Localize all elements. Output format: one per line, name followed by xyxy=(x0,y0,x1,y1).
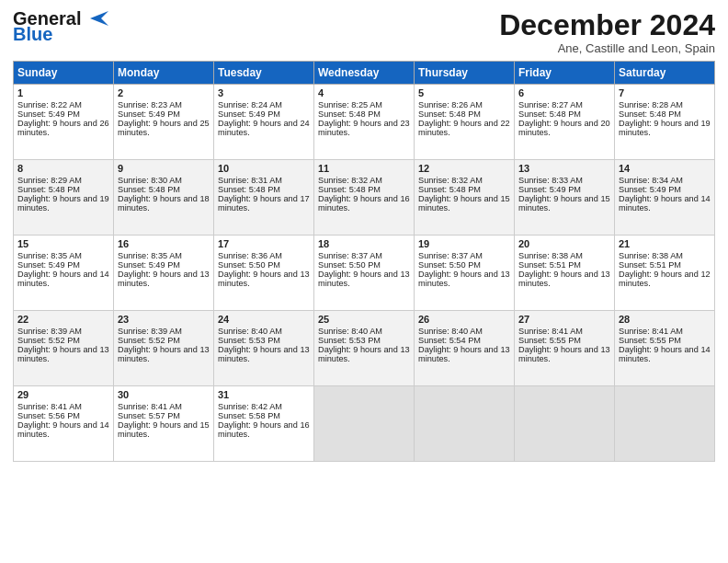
day-number: 22 xyxy=(17,314,109,325)
calendar-week-4: 22 Sunrise: 8:39 AM Sunset: 5:52 PM Dayl… xyxy=(14,311,715,386)
calendar-week-3: 15 Sunrise: 8:35 AM Sunset: 5:49 PM Dayl… xyxy=(14,236,715,311)
daylight-label: Daylight: 9 hours and 20 minutes. xyxy=(518,119,610,137)
daylight-label: Daylight: 9 hours and 14 minutes. xyxy=(17,270,109,288)
sunset-label: Sunset: 5:54 PM xyxy=(418,336,481,345)
sunrise-label: Sunrise: 8:25 AM xyxy=(318,100,382,109)
day-number: 7 xyxy=(619,87,711,98)
day-number: 21 xyxy=(619,238,711,249)
daylight-label: Daylight: 9 hours and 13 minutes. xyxy=(118,345,210,363)
col-friday: Friday xyxy=(515,62,615,85)
calendar-cell: 6 Sunrise: 8:27 AM Sunset: 5:48 PM Dayli… xyxy=(515,85,615,160)
daylight-label: Daylight: 9 hours and 23 minutes. xyxy=(318,119,410,137)
daylight-label: Daylight: 9 hours and 15 minutes. xyxy=(418,194,510,213)
sunrise-label: Sunrise: 8:41 AM xyxy=(619,327,683,336)
sunset-label: Sunset: 5:48 PM xyxy=(418,185,481,194)
sunrise-label: Sunrise: 8:33 AM xyxy=(518,176,583,185)
sunrise-label: Sunrise: 8:39 AM xyxy=(17,327,82,336)
daylight-label: Daylight: 9 hours and 15 minutes. xyxy=(118,420,210,439)
calendar-cell: 3 Sunrise: 8:24 AM Sunset: 5:49 PM Dayli… xyxy=(214,85,314,160)
calendar-cell: 13 Sunrise: 8:33 AM Sunset: 5:49 PM Dayl… xyxy=(515,160,615,236)
daylight-label: Daylight: 9 hours and 15 minutes. xyxy=(518,194,610,213)
title-block: December 2024 Ane, Castille and Leon, Sp… xyxy=(499,9,715,55)
header-row: Sunday Monday Tuesday Wednesday Thursday… xyxy=(14,62,715,85)
sunrise-label: Sunrise: 8:37 AM xyxy=(318,251,382,260)
calendar-cell: 21 Sunrise: 8:38 AM Sunset: 5:51 PM Dayl… xyxy=(615,236,715,311)
day-number: 23 xyxy=(118,314,210,325)
daylight-label: Daylight: 9 hours and 16 minutes. xyxy=(318,194,410,213)
calendar-cell xyxy=(314,386,415,462)
month-title: December 2024 xyxy=(499,9,715,41)
sunrise-label: Sunrise: 8:38 AM xyxy=(518,251,583,260)
day-number: 24 xyxy=(218,314,310,325)
sunset-label: Sunset: 5:53 PM xyxy=(218,336,280,345)
calendar-cell: 15 Sunrise: 8:35 AM Sunset: 5:49 PM Dayl… xyxy=(14,236,114,311)
calendar-cell: 29 Sunrise: 8:41 AM Sunset: 5:56 PM Dayl… xyxy=(14,386,114,462)
sunrise-label: Sunrise: 8:35 AM xyxy=(17,251,82,260)
day-number: 2 xyxy=(118,87,210,98)
sunrise-label: Sunrise: 8:42 AM xyxy=(218,402,282,411)
calendar-cell: 23 Sunrise: 8:39 AM Sunset: 5:52 PM Dayl… xyxy=(114,311,214,386)
sunset-label: Sunset: 5:52 PM xyxy=(118,336,180,345)
sunset-label: Sunset: 5:48 PM xyxy=(218,185,280,194)
day-number: 12 xyxy=(418,163,510,174)
sunrise-label: Sunrise: 8:38 AM xyxy=(619,251,683,260)
sunset-label: Sunset: 5:50 PM xyxy=(418,260,481,270)
day-number: 6 xyxy=(518,87,610,98)
calendar-cell: 31 Sunrise: 8:42 AM Sunset: 5:58 PM Dayl… xyxy=(214,386,314,462)
daylight-label: Daylight: 9 hours and 13 minutes. xyxy=(518,345,610,363)
daylight-label: Daylight: 9 hours and 13 minutes. xyxy=(318,345,410,363)
calendar-cell: 19 Sunrise: 8:37 AM Sunset: 5:50 PM Dayl… xyxy=(415,236,515,311)
sunrise-label: Sunrise: 8:32 AM xyxy=(318,176,382,185)
calendar-cell: 25 Sunrise: 8:40 AM Sunset: 5:53 PM Dayl… xyxy=(314,311,415,386)
col-monday: Monday xyxy=(114,62,214,85)
day-number: 5 xyxy=(418,87,510,98)
calendar-cell: 28 Sunrise: 8:41 AM Sunset: 5:55 PM Dayl… xyxy=(615,311,715,386)
calendar-cell: 8 Sunrise: 8:29 AM Sunset: 5:48 PM Dayli… xyxy=(14,160,114,236)
sunset-label: Sunset: 5:48 PM xyxy=(518,109,581,119)
day-number: 4 xyxy=(318,87,410,98)
daylight-label: Daylight: 9 hours and 19 minutes. xyxy=(17,194,109,213)
calendar-cell xyxy=(615,386,715,462)
day-number: 20 xyxy=(518,238,610,249)
calendar-week-2: 8 Sunrise: 8:29 AM Sunset: 5:48 PM Dayli… xyxy=(14,160,715,236)
sunset-label: Sunset: 5:57 PM xyxy=(118,411,180,420)
sunrise-label: Sunrise: 8:34 AM xyxy=(619,176,683,185)
col-sunday: Sunday xyxy=(14,62,114,85)
col-saturday: Saturday xyxy=(615,62,715,85)
sunset-label: Sunset: 5:56 PM xyxy=(17,411,80,420)
day-number: 15 xyxy=(17,238,109,249)
logo-bird-icon xyxy=(83,9,110,28)
sunset-label: Sunset: 5:48 PM xyxy=(619,109,681,119)
sunset-label: Sunset: 5:49 PM xyxy=(118,260,180,270)
col-tuesday: Tuesday xyxy=(214,62,314,85)
day-number: 13 xyxy=(518,163,610,174)
daylight-label: Daylight: 9 hours and 18 minutes. xyxy=(118,194,210,213)
sunset-label: Sunset: 5:48 PM xyxy=(17,185,80,194)
sunrise-label: Sunrise: 8:35 AM xyxy=(118,251,182,260)
sunset-label: Sunset: 5:50 PM xyxy=(218,260,280,270)
day-number: 11 xyxy=(318,163,410,174)
sunset-label: Sunset: 5:58 PM xyxy=(218,411,280,420)
daylight-label: Daylight: 9 hours and 13 minutes. xyxy=(17,345,109,363)
daylight-label: Daylight: 9 hours and 13 minutes. xyxy=(418,270,510,288)
calendar-week-5: 29 Sunrise: 8:41 AM Sunset: 5:56 PM Dayl… xyxy=(14,386,715,462)
calendar-cell: 14 Sunrise: 8:34 AM Sunset: 5:49 PM Dayl… xyxy=(615,160,715,236)
sunset-label: Sunset: 5:49 PM xyxy=(17,109,80,119)
sunrise-label: Sunrise: 8:22 AM xyxy=(17,100,82,109)
day-number: 16 xyxy=(118,238,210,249)
daylight-label: Daylight: 9 hours and 14 minutes. xyxy=(17,420,109,439)
sunset-label: Sunset: 5:55 PM xyxy=(518,336,581,345)
daylight-label: Daylight: 9 hours and 13 minutes. xyxy=(518,270,610,288)
sunset-label: Sunset: 5:49 PM xyxy=(619,185,681,194)
calendar-cell: 22 Sunrise: 8:39 AM Sunset: 5:52 PM Dayl… xyxy=(14,311,114,386)
calendar-cell: 30 Sunrise: 8:41 AM Sunset: 5:57 PM Dayl… xyxy=(114,386,214,462)
daylight-label: Daylight: 9 hours and 16 minutes. xyxy=(218,420,310,439)
daylight-label: Daylight: 9 hours and 25 minutes. xyxy=(118,119,210,137)
sunset-label: Sunset: 5:51 PM xyxy=(619,260,681,270)
daylight-label: Daylight: 9 hours and 19 minutes. xyxy=(619,119,711,137)
sunrise-label: Sunrise: 8:37 AM xyxy=(418,251,483,260)
header: General Blue December 2024 Ane, Castille… xyxy=(13,9,715,55)
calendar-cell: 12 Sunrise: 8:32 AM Sunset: 5:48 PM Dayl… xyxy=(415,160,515,236)
col-thursday: Thursday xyxy=(415,62,515,85)
daylight-label: Daylight: 9 hours and 13 minutes. xyxy=(418,345,510,363)
